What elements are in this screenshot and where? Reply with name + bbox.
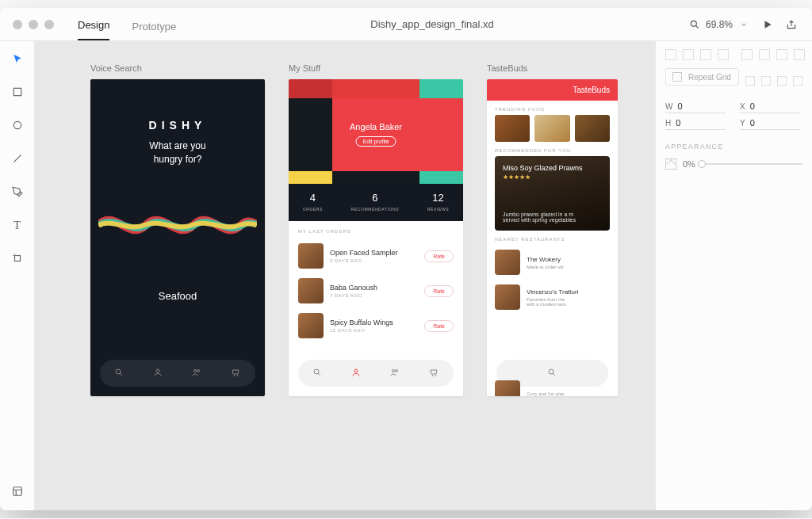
svg-point-17 bbox=[197, 370, 199, 372]
subtract-icon[interactable] bbox=[761, 76, 771, 86]
svg-line-21 bbox=[318, 373, 320, 376]
nearby-header: NEARBY RESTAURANTS bbox=[487, 231, 618, 245]
minimize-window-dot[interactable] bbox=[29, 20, 38, 29]
svg-point-22 bbox=[354, 369, 358, 372]
width-label: W bbox=[665, 102, 672, 111]
recommended-header: RECOMMENDED FOR YOU bbox=[487, 142, 618, 156]
rate-button[interactable]: Rate bbox=[424, 250, 454, 262]
hero-title: Miso Soy Glazed Prawns bbox=[503, 164, 602, 172]
order-time: 12 DAYS AGO bbox=[330, 328, 418, 333]
align-left-icon[interactable] bbox=[665, 49, 676, 60]
left-toolbar: T bbox=[0, 41, 35, 510]
align-right-icon[interactable] bbox=[700, 49, 711, 60]
bottom-navbar bbox=[298, 360, 454, 387]
voice-prompt: What are you hungry for? bbox=[149, 139, 205, 166]
rate-button[interactable]: Rate bbox=[424, 320, 454, 332]
stat-reviews-label: REVIEWS bbox=[427, 207, 449, 212]
zoom-value[interactable]: 69.8% bbox=[706, 19, 733, 30]
align-center-v-icon[interactable] bbox=[759, 49, 770, 60]
line-tool[interactable] bbox=[10, 151, 25, 166]
restaurant-name: Vincenzo's Trattori bbox=[527, 288, 578, 296]
opacity-slider-thumb[interactable] bbox=[698, 160, 706, 168]
align-center-h-icon[interactable] bbox=[683, 49, 694, 60]
svg-rect-4 bbox=[13, 88, 21, 95]
orders-header: MY LAST ORDERS bbox=[289, 221, 463, 239]
svg-line-6 bbox=[13, 155, 21, 162]
y-label: Y bbox=[740, 119, 745, 128]
profile-icon[interactable] bbox=[153, 368, 164, 379]
cart-icon[interactable] bbox=[231, 368, 242, 379]
zoom-window-dot[interactable] bbox=[44, 20, 54, 29]
align-stretch-h-icon[interactable] bbox=[718, 49, 729, 60]
canvas[interactable]: Voice Search DISHY What are you hungry f… bbox=[35, 41, 655, 510]
titlebar-right: 69.8% bbox=[688, 18, 812, 31]
recommended-hero[interactable]: Miso Soy Glazed Prawns ★★★★★ Jumbo prawn… bbox=[495, 156, 610, 231]
restaurant-row[interactable]: Cozy and fun plac bbox=[487, 376, 618, 396]
height-input[interactable] bbox=[676, 118, 714, 128]
x-input[interactable] bbox=[750, 101, 788, 111]
align-bottom-icon[interactable] bbox=[776, 49, 787, 60]
restaurant-thumb bbox=[495, 284, 520, 310]
profile-icon[interactable] bbox=[351, 368, 362, 379]
search-icon[interactable] bbox=[688, 18, 701, 31]
svg-rect-7 bbox=[14, 256, 20, 261]
align-top-icon[interactable] bbox=[741, 49, 753, 60]
artboard-voice-search[interactable]: DISHY What are you hungry for? Seafood bbox=[90, 79, 265, 396]
restaurant-row[interactable]: The WokeryMade to order stir bbox=[487, 245, 618, 280]
svg-line-14 bbox=[120, 373, 122, 376]
close-window-dot[interactable] bbox=[13, 20, 22, 29]
properties-panel: Repeat Grid W X H Y APPEARANCE 0 bbox=[655, 41, 812, 510]
text-tool[interactable]: T bbox=[10, 217, 25, 233]
artboard-label[interactable]: My Stuff bbox=[289, 63, 463, 73]
svg-point-19 bbox=[237, 376, 238, 376]
opacity-slider[interactable] bbox=[702, 163, 802, 165]
select-tool[interactable] bbox=[10, 51, 25, 67]
artboard-label[interactable]: TasteBuds bbox=[487, 63, 618, 73]
search-icon[interactable] bbox=[114, 368, 125, 379]
x-label: X bbox=[740, 102, 745, 111]
order-row[interactable]: Spicy Buffalo Wings12 DAYS AGORate bbox=[289, 308, 463, 343]
stat-orders-value: 4 bbox=[303, 192, 323, 204]
restaurant-name: The Wokery bbox=[527, 256, 564, 263]
exclude-icon[interactable] bbox=[793, 76, 802, 86]
add-icon[interactable] bbox=[745, 76, 755, 86]
order-name: Spicy Buffalo Wings bbox=[330, 319, 418, 326]
assets-panel-icon[interactable] bbox=[10, 483, 25, 499]
width-input[interactable] bbox=[677, 101, 715, 111]
share-icon[interactable] bbox=[785, 18, 798, 31]
pen-tool[interactable] bbox=[10, 184, 25, 200]
artboard-tool[interactable] bbox=[10, 250, 25, 266]
opacity-icon bbox=[665, 158, 676, 170]
ellipse-tool[interactable] bbox=[10, 117, 25, 133]
group-icon[interactable] bbox=[390, 368, 401, 379]
rectangle-tool[interactable] bbox=[10, 84, 25, 100]
repeat-grid-button[interactable]: Repeat Grid bbox=[665, 68, 739, 86]
app-logo: DISHY bbox=[149, 119, 207, 132]
order-row[interactable]: Baba Ganoush7 DAYS AGORate bbox=[289, 273, 463, 308]
voice-result: Seafood bbox=[159, 290, 197, 302]
group-icon[interactable] bbox=[192, 368, 203, 379]
order-row[interactable]: Open Faced Sampler3 DAYS AGORate bbox=[289, 239, 463, 273]
tab-design[interactable]: Design bbox=[78, 19, 109, 40]
repeat-grid-icon bbox=[672, 72, 682, 82]
rate-button[interactable]: Rate bbox=[424, 285, 454, 297]
zoom-dropdown-icon[interactable] bbox=[737, 18, 750, 31]
order-thumb bbox=[298, 243, 324, 269]
body-row: T Voice Search DISHY What are you hungry… bbox=[0, 41, 812, 510]
svg-point-16 bbox=[193, 370, 196, 372]
app-window: Design Prototype Dishy_app_design_final.… bbox=[0, 8, 812, 510]
play-preview-icon[interactable] bbox=[761, 18, 774, 31]
tab-prototype[interactable]: Prototype bbox=[132, 21, 176, 40]
align-stretch-v-icon[interactable] bbox=[794, 49, 805, 60]
bottom-navbar bbox=[100, 360, 255, 387]
intersect-icon[interactable] bbox=[777, 76, 787, 86]
cart-icon[interactable] bbox=[429, 368, 440, 379]
artboard-label[interactable]: Voice Search bbox=[90, 63, 265, 73]
restaurant-row[interactable]: Vincenzo's TrattoriFavorites from the wi… bbox=[487, 280, 618, 315]
artboard-tastebuds[interactable]: TasteBuds TRENDING FOOD RECOMMENDED FOR … bbox=[487, 79, 618, 396]
edit-profile-button[interactable]: Edit profile bbox=[355, 136, 396, 147]
y-input[interactable] bbox=[750, 118, 788, 128]
restaurant-thumb bbox=[495, 250, 520, 275]
artboard-my-stuff[interactable]: Angela Baker Edit profile 4ORDERS 6RECOM… bbox=[289, 79, 463, 396]
search-icon[interactable] bbox=[312, 368, 324, 379]
